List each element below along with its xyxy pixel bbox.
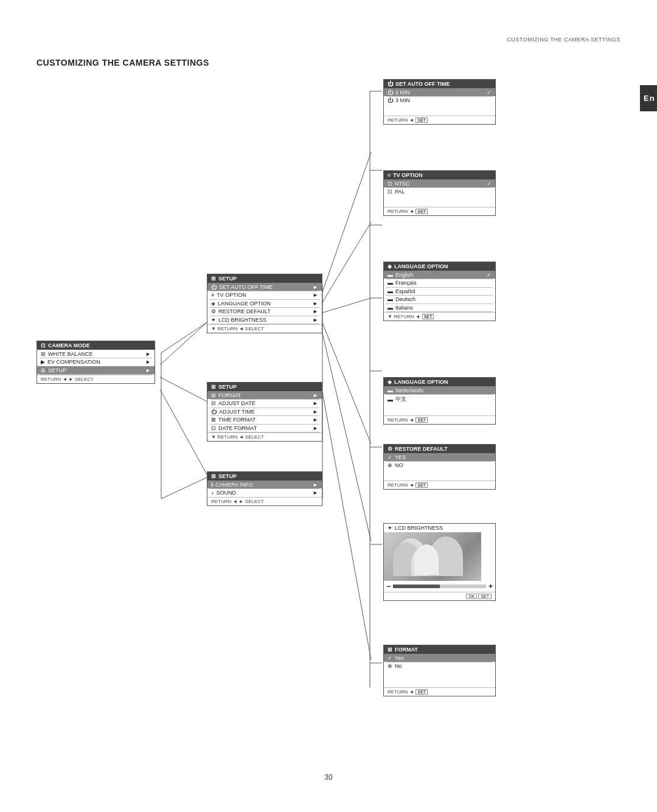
tv-option-box: ≡ TV OPTION ⊡ NTSC ✓ ⊡ PAL RETURN ◄ SET — [383, 170, 496, 216]
auto-off-box: ⏻ SET AUTO OFF TIME ⏻ 2 MIN ✓ ⏻ 3 MIN RE… — [383, 79, 496, 125]
svg-line-3 — [322, 152, 371, 292]
2min-icon: ⏻ — [388, 89, 393, 95]
english-flag: ▬ — [388, 272, 393, 278]
svg-line-19 — [161, 322, 207, 353]
auto-off-title-icon: ⏻ — [388, 81, 393, 87]
format-yes-check: ✓ — [388, 655, 392, 661]
lcd-image — [384, 532, 481, 581]
auto-off-title: ⏻ SET AUTO OFF TIME — [384, 80, 495, 88]
format-yes-item: ✓ Yes — [384, 654, 495, 662]
english-check: ✓ — [487, 272, 492, 278]
page-title: CUSTOMIZING THE CAMERA SETTINGS — [36, 58, 209, 68]
lcd-bar — [393, 585, 486, 588]
adjust-time-item: ⏻ ADJUST TIME ► — [207, 408, 322, 415]
francais-item: ▬ Français — [384, 279, 495, 287]
setup1-label: SETUP — [218, 276, 237, 282]
restore-default-item: ⚙ RESTORE DEFAULT ► — [207, 308, 322, 316]
setup1-title: ⊞ SETUP — [207, 274, 322, 283]
deutsch-item: ▬ Deutsch — [384, 296, 495, 304]
restore-title: ⚙ RESTORE DEFAULT — [384, 445, 495, 453]
restore-icon: ⚙ — [211, 308, 216, 314]
lang2-label: LANGUAGE OPTION — [394, 379, 448, 385]
format-footer: RETURN ◄ SET — [384, 687, 495, 696]
connector-lines — [0, 0, 657, 812]
lcd-bar-fill — [393, 585, 439, 588]
time-arrow: ► — [313, 409, 318, 415]
no-icon: ⊗ — [388, 462, 392, 468]
setup2-label: SETUP — [218, 384, 237, 390]
timefmt-icon: ⊠ — [211, 417, 216, 423]
setup-box-2: ⊞ SETUP ⊞ FORMAT ► ⊟ ADJUST DATE ► ⏻ ADJ… — [207, 382, 322, 442]
wb-icon: ⊞ — [41, 351, 46, 357]
restore-title-icon: ⚙ — [388, 446, 392, 452]
setup-icon-camera: ⊞ — [41, 367, 46, 373]
restore-box: ⚙ RESTORE DEFAULT ✓ YES ⊗ NO RETURN ◄ SE… — [383, 444, 496, 490]
lcd-footer: OK SET — [384, 592, 495, 600]
camera-mode-footer: RETURN ◄ ► SELECT — [37, 375, 155, 383]
auto-off-icon: ⏻ — [211, 284, 217, 290]
setup-box-3: ⊞ SETUP ℹ CAMERA INFO ► ♪ SOUND ► RETURN… — [207, 471, 322, 506]
yes-check: ✓ — [388, 454, 392, 460]
setup2-title: ⊞ SETUP — [207, 383, 322, 391]
lcd-arrow: ► — [313, 317, 318, 323]
tv-icon: ≡ — [211, 292, 214, 298]
lcd-controls: − + — [384, 581, 495, 592]
en-tab: En — [640, 85, 657, 111]
setup3-icon: ⊞ — [211, 473, 216, 479]
format-no-icon: ⊗ — [388, 663, 392, 669]
auto-off-item: ⏻ SET AUTO OFF TIME ► — [207, 283, 322, 291]
auto-off-title-label: SET AUTO OFF TIME — [395, 81, 450, 87]
lang2-footer: RETURN ◄ SET — [384, 415, 495, 424]
setup3-label: SETUP — [218, 473, 237, 479]
auto-off-arrow: ► — [313, 284, 318, 290]
2min-item: ⏻ 2 MIN ✓ — [384, 88, 495, 96]
tv-option-icon: ≡ — [388, 172, 391, 178]
lcd-title: ✦ LCD BRIGHTNESS — [384, 524, 495, 532]
tv-option-footer: RETURN ◄ SET — [384, 207, 495, 215]
restore-footer: RETURN ◄ SET — [384, 481, 495, 489]
ev-icon: ▶ — [41, 359, 45, 365]
svg-line-20 — [161, 477, 207, 499]
lcd-brightness-item: ✦ LCD BRIGHTNESS ► — [207, 316, 322, 324]
svg-line-0 — [160, 322, 207, 365]
lcd-brightness-box: ✦ LCD BRIGHTNESS − + OK SET — [383, 523, 496, 601]
format-icon: ⊞ — [211, 392, 216, 398]
setup-box-1: ⊞ SETUP ⏻ SET AUTO OFF TIME ► ≡ TV OPTIO… — [207, 274, 322, 333]
adjust-date-item: ⊟ ADJUST DATE ► — [207, 400, 322, 408]
language-option-item: ◈ LANGUAGE OPTION ► — [207, 299, 322, 307]
lcd-set-icon: SET — [478, 594, 492, 599]
svg-line-6 — [322, 323, 371, 444]
lang1-title: ◈ LANGUAGE OPTION — [384, 262, 495, 271]
date-icon: ⊟ — [211, 400, 216, 406]
lang1-icon: ◈ — [388, 263, 392, 269]
setup1-icon: ⊞ — [211, 276, 216, 282]
auto-off-footer: RETURN ◄ SET — [384, 116, 495, 124]
format-item: ⊞ FORMAT ► — [207, 391, 322, 399]
it-flag: ▬ — [388, 305, 393, 311]
nederlands-item: ▬ Nederlands — [384, 386, 495, 394]
camera-info-item: ℹ CAMERA INFO ► — [207, 481, 322, 488]
format-set-icon: SET — [415, 689, 428, 695]
lang1-set-icon: SET — [422, 314, 434, 319]
tv-option-item: ≡ TV OPTION ► — [207, 291, 322, 299]
format-box: ⊞ FORMAT ✓ Yes ⊗ No RETURN ◄ SET — [383, 645, 496, 696]
white-balance-item: ⊞ WHITE BALANCE ► — [37, 350, 155, 358]
tv-arrow: ► — [313, 292, 318, 298]
ev-arrow: ► — [145, 359, 151, 365]
lang1-label: LANGUAGE OPTION — [394, 263, 448, 269]
svg-line-4 — [322, 222, 371, 302]
setup2-icon: ⊞ — [211, 384, 216, 390]
time-format-item: ⊠ TIME FORMAT ► — [207, 416, 322, 424]
time-icon: ⏻ — [211, 409, 217, 415]
2min-check: ✓ — [487, 89, 492, 95]
svg-line-7 — [322, 333, 371, 541]
ntsc-item: ⊡ NTSC ✓ — [384, 179, 495, 187]
format-arrow: ► — [313, 392, 318, 398]
format-title: ⊞ FORMAT — [384, 645, 495, 654]
tv-option-title: ≡ TV OPTION — [384, 171, 495, 179]
svg-line-5 — [322, 298, 371, 313]
sound-icon: ♪ — [211, 490, 214, 496]
page-number: 30 — [324, 773, 332, 782]
camera-mode-label: CAMERA MODE — [48, 342, 90, 349]
minus-icon: − — [386, 582, 391, 591]
